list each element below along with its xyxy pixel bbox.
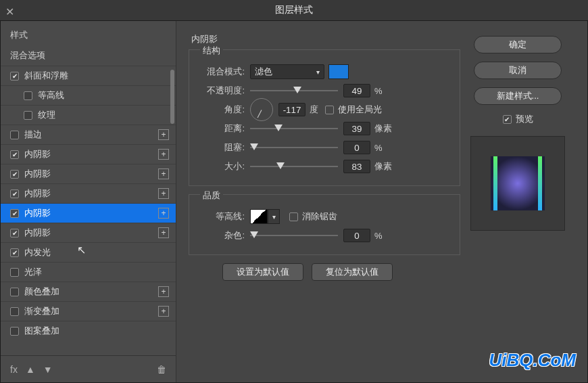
blend-mode-select[interactable]: 滤色 ▾ (250, 64, 324, 79)
noise-label: 杂色: (197, 229, 245, 242)
add-effect-icon[interactable]: + (158, 188, 169, 199)
distance-unit: 像素 (374, 122, 392, 135)
preview-checkbox[interactable] (503, 115, 512, 124)
reset-default-button[interactable]: 复位为默认值 (312, 263, 393, 281)
opacity-unit: % (374, 86, 383, 96)
preview-label: 预览 (516, 113, 533, 125)
effect-row-2[interactable]: 纹理 (1, 105, 176, 125)
preview-thumbnail (491, 156, 545, 210)
noise-input[interactable] (343, 229, 370, 242)
blend-mode-label: 混合模式: (197, 66, 245, 78)
effect-label: 内阴影 (24, 207, 158, 219)
global-light-checkbox[interactable] (325, 106, 334, 114)
effect-label: 斜面和浮雕 (24, 70, 169, 82)
effect-checkbox[interactable] (10, 189, 19, 198)
noise-unit: % (374, 231, 383, 241)
trash-icon[interactable]: 🗑 (157, 364, 166, 375)
title-bar: ✕ 图层样式 (0, 0, 588, 20)
effect-checkbox[interactable] (10, 229, 19, 238)
effect-checkbox[interactable] (10, 72, 19, 81)
structure-legend: 结构 (200, 45, 223, 57)
make-default-button[interactable]: 设置为默认值 (222, 263, 303, 281)
add-effect-icon[interactable]: + (158, 208, 169, 219)
noise-slider[interactable] (250, 229, 338, 242)
effect-label: 内阴影 (24, 168, 158, 180)
close-icon[interactable]: ✕ (5, 5, 14, 18)
effect-checkbox[interactable] (10, 170, 19, 179)
sidebar-styles-header[interactable]: 样式 (1, 21, 176, 45)
angle-input[interactable] (278, 103, 305, 116)
effect-row-7[interactable]: 内阴影+ (1, 203, 176, 223)
size-input[interactable] (343, 160, 370, 173)
effect-label: 内阴影 (24, 187, 158, 200)
size-unit: 像素 (374, 160, 392, 173)
effect-checkbox[interactable] (24, 111, 32, 120)
choke-slider[interactable] (250, 141, 338, 154)
effect-label: 纹理 (38, 109, 169, 121)
quality-legend: 品质 (200, 189, 223, 202)
add-effect-icon[interactable]: + (158, 306, 169, 317)
panel-title: 内阴影 (189, 28, 460, 49)
add-effect-icon[interactable]: + (158, 149, 169, 160)
effect-row-1[interactable]: 等高线 (1, 85, 176, 105)
effect-row-11[interactable]: 颜色叠加+ (1, 281, 176, 301)
effect-checkbox[interactable] (10, 131, 19, 139)
effect-checkbox[interactable] (10, 327, 19, 336)
right-column: 确定 取消 新建样式... 预览 (460, 28, 575, 376)
quality-group: 品质 等高线: ▾ 消除锯齿 杂色: % (189, 194, 460, 255)
chevron-down-icon: ▾ (316, 68, 320, 76)
sidebar: 样式 混合选项 斜面和浮雕等高线纹理描边+内阴影+内阴影+内阴影+内阴影+内阴影… (1, 21, 176, 382)
antialias-label: 消除锯齿 (302, 210, 337, 223)
watermark-text: UiBQ.CoM (489, 350, 576, 371)
opacity-input[interactable] (343, 84, 370, 97)
antialias-checkbox[interactable] (289, 212, 298, 221)
add-effect-icon[interactable]: + (158, 168, 169, 179)
structure-group: 结构 混合模式: 滤色 ▾ 不透明度: % (189, 49, 460, 186)
effect-checkbox[interactable] (24, 91, 32, 100)
effect-row-0[interactable]: 斜面和浮雕 (1, 66, 176, 85)
effect-checkbox[interactable] (10, 209, 19, 218)
opacity-slider[interactable] (250, 84, 338, 97)
contour-swatch[interactable] (250, 209, 268, 224)
effect-checkbox[interactable] (10, 307, 19, 316)
ok-button[interactable]: 确定 (474, 36, 562, 53)
effect-row-5[interactable]: 内阴影+ (1, 164, 176, 183)
effect-row-3[interactable]: 描边+ (1, 125, 176, 144)
effect-label: 光泽 (24, 266, 169, 278)
size-slider[interactable] (250, 160, 338, 173)
preview-box (470, 136, 565, 231)
dialog-title: 图层样式 (275, 4, 313, 16)
distance-label: 距离: (197, 122, 245, 135)
choke-input[interactable] (343, 141, 370, 154)
distance-slider[interactable] (250, 122, 338, 135)
effect-row-9[interactable]: 内发光 (1, 242, 176, 262)
effect-checkbox[interactable] (10, 288, 19, 296)
effect-checkbox[interactable] (10, 150, 19, 159)
effect-row-4[interactable]: 内阴影+ (1, 144, 176, 164)
effect-row-12[interactable]: 渐变叠加+ (1, 301, 176, 321)
distance-input[interactable] (343, 122, 370, 135)
contour-dropdown[interactable]: ▾ (268, 209, 280, 224)
angle-dial[interactable] (250, 98, 273, 121)
scrollbar[interactable] (170, 70, 174, 124)
add-effect-icon[interactable]: + (158, 227, 169, 238)
effect-row-10[interactable]: 光泽 (1, 262, 176, 281)
add-effect-icon[interactable]: + (158, 129, 169, 140)
effect-row-13[interactable]: 图案叠加 (1, 321, 176, 340)
fx-icon[interactable]: fx (10, 364, 18, 375)
effect-label: 颜色叠加 (24, 286, 158, 298)
main-panel: 内阴影 结构 混合模式: 滤色 ▾ 不透明度: (176, 21, 587, 382)
effect-row-6[interactable]: 内阴影+ (1, 183, 176, 203)
move-down-icon[interactable]: ▼ (43, 364, 53, 375)
angle-unit: 度 (310, 104, 318, 116)
effect-label: 描边 (24, 129, 158, 141)
effect-checkbox[interactable] (10, 248, 19, 257)
new-style-button[interactable]: 新建样式... (474, 87, 562, 105)
cancel-button[interactable]: 取消 (474, 62, 562, 79)
effect-row-8[interactable]: 内阴影+ (1, 223, 176, 242)
sidebar-blending-header[interactable]: 混合选项 (1, 45, 176, 66)
move-up-icon[interactable]: ▲ (26, 364, 35, 375)
add-effect-icon[interactable]: + (158, 286, 169, 297)
color-swatch[interactable] (328, 64, 349, 79)
effect-checkbox[interactable] (10, 268, 19, 277)
